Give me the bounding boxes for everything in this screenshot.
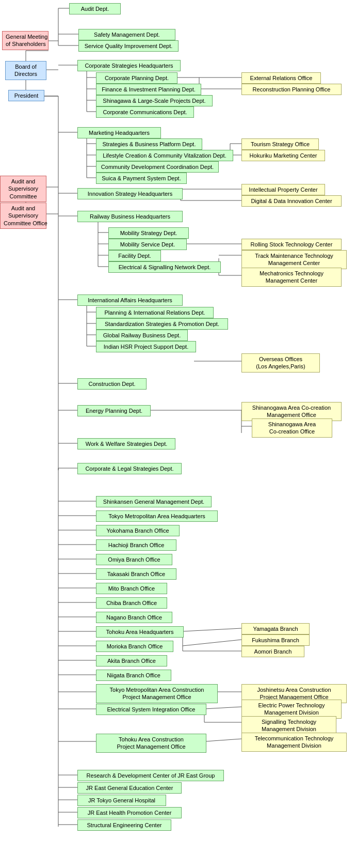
hachioji-box: Hachioji Branch Office (96, 539, 176, 551)
rolling-stock-box: Rolling Stock Technology Center (241, 239, 342, 250)
community-dev-box: Community Development Coordination Dept. (96, 161, 219, 173)
external-relations-box: External Relations Office (241, 72, 321, 84)
svg-line-89 (183, 640, 241, 646)
shinkansen-mgmt-box: Shinkansen General Management Dept. (96, 496, 212, 507)
tokyo-metro-hq-box: Tokyo Metropolitan Area Headquarters (96, 510, 218, 522)
org-chart: Audit Dept. General Meetingof Shareholde… (0, 0, 356, 10)
planning-intl-box: Planning & International Relations Dept. (96, 307, 214, 318)
construction-box: Construction Dept. (77, 378, 147, 390)
mobility-strategy-box: Mobility Strategy Dept. (108, 227, 189, 239)
yokohama-box: Yokohama Branch Office (96, 525, 180, 536)
digital-data-box: Digital & Data Innovation Center (241, 195, 342, 207)
corp-planning-box: Corporate Planning Dept. (96, 72, 177, 84)
nagano-box: Nagano Branch Office (96, 612, 172, 623)
indian-hsr-box: Indian HSR Project Support Dept. (96, 341, 196, 352)
audit-dept-box: Audit Dept. (69, 3, 121, 14)
service-quality-box: Service Quality Improvement Dept. (78, 40, 179, 52)
corp-strategies-hq-box: Corporate Strategies Headquarters (77, 60, 181, 71)
morioka-box: Morioka Branch Office (96, 641, 173, 652)
jr-east-education-box: JR East General Education Center (77, 782, 182, 794)
telecom-tech-box: Telecommunication TechnologyManagement D… (241, 733, 347, 752)
suica-box: Suica & Payment System Dept. (96, 173, 187, 184)
tokyo-construction-pmo-box: Tokyo Metropolitan Area ConstructionProj… (96, 684, 218, 703)
mechatronics-box: Mechatronics TechnologyManagement Center (241, 268, 342, 287)
innovation-hq-box: Innovation Strategy Headquarters (77, 188, 183, 199)
aomori-box: Aomori Branch (241, 646, 304, 657)
shinagawa-box: Shinagawa & Large-Scale Projects Dept. (96, 95, 213, 106)
lifestyle-creation-box: Lifestyle Creation & Community Vitalizat… (96, 150, 233, 161)
facility-box: Facility Dept. (108, 250, 161, 261)
mito-box: Mito Branch Office (96, 583, 167, 594)
intl-affairs-hq-box: International Affairs Headquarters (77, 295, 183, 306)
takasaki-box: Takasaki Branch Office (96, 568, 176, 580)
chiba-box: Chiba Branch Office (96, 597, 167, 609)
fukushima-box: Fukushima Branch (241, 634, 310, 646)
corp-comms-box: Corporate Communications Dept. (96, 106, 194, 118)
omiya-box: Omiya Branch Office (96, 554, 172, 565)
structural-eng-box: Structural Engineering Center (77, 819, 171, 831)
general-meeting-box: General Meetingof Shareholders (2, 31, 48, 50)
board-box: Board ofDirectors (5, 61, 46, 80)
ip-center-box: Intellectual Property Center (241, 184, 325, 195)
global-railway-box: Global Railway Business Dept. (96, 330, 188, 341)
svg-line-92 (204, 707, 241, 709)
president-box: President (8, 90, 44, 101)
tourism-strategy-box: Tourism Strategy Office (241, 138, 319, 150)
mobility-service-box: Mobility Service Dept. (108, 239, 187, 250)
audit-supervisory-office-box: Audit andSupervisoryCommittee Office (0, 203, 46, 229)
marketing-hq-box: Marketing Headquarters (77, 127, 161, 138)
niigata-box: Niigata Branch Office (96, 670, 171, 681)
track-maintenance-box: Track Maintenance TechnologyManagement C… (241, 250, 347, 269)
electrical-system-box: Electrical System Integration Office (96, 704, 206, 715)
audit-supervisory-box: Audit andSupervisoryCommittee (0, 176, 46, 202)
energy-planning-box: Energy Planning Dept. (77, 405, 151, 416)
strategies-biz-box: Strategies & Business Platform Dept. (96, 138, 202, 150)
jr-health-box: JR East Health Promotion Center (77, 807, 182, 818)
standardization-box: Standardization Strategies & Promotion D… (96, 318, 228, 330)
electrical-box: Electrical & Signalling Network Dept. (108, 261, 221, 273)
svg-line-87 (183, 628, 241, 631)
work-welfare-box: Work & Welfare Strategies Dept. (77, 438, 175, 450)
finance-investment-box: Finance & Investment Planning Dept. (96, 84, 201, 95)
rd-center-box: Research & Development Center of JR East… (77, 770, 224, 781)
svg-line-95 (205, 739, 241, 741)
corp-legal-box: Corporate & Legal Strategies Dept. (77, 463, 182, 474)
akita-box: Akita Branch Office (96, 655, 167, 667)
overseas-offices-box: Overseas Offices(Los Angeles,Paris) (241, 353, 320, 373)
tohoku-area-hq-box: Tohoku Area Headquarters (96, 626, 184, 638)
safety-mgmt-box: Safety Management Dept. (78, 29, 175, 40)
yamagata-box: Yamagata Branch (241, 623, 310, 634)
railway-biz-hq-box: Railway Business Headquarters (77, 211, 183, 222)
jr-tokyo-hospital-box: JR Tokyo General Hospital (77, 795, 166, 806)
tohoku-construction-pmo-box: Tohoku Area ConstructionProject Manageme… (96, 734, 206, 753)
hokuriku-box: Hokuriku Marketing Center (241, 150, 325, 161)
reconstruction-planning-box: Reconstruction Planning Office (241, 84, 342, 95)
shinanogawa-office-box: Shinanogawa AreaCo-creation Office (252, 419, 332, 438)
